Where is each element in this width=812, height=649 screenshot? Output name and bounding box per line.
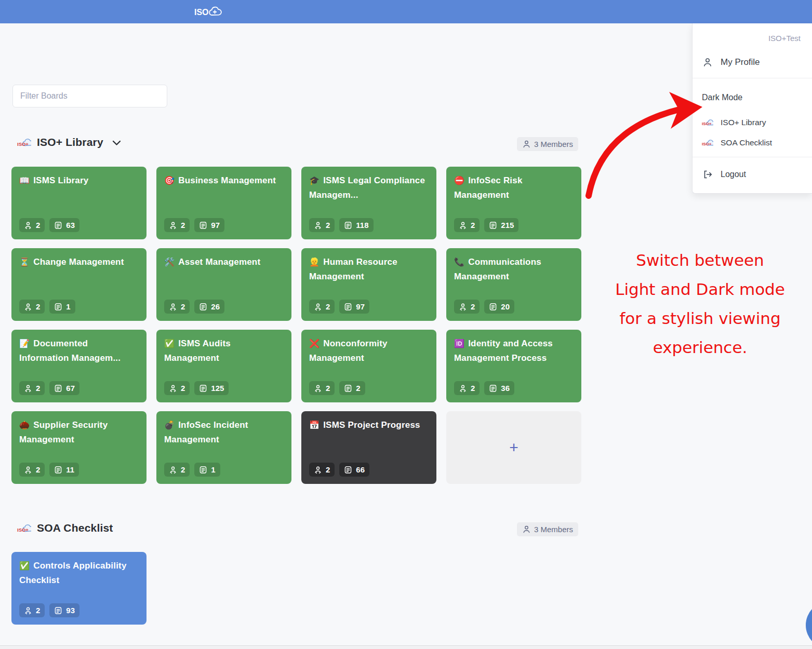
board-cards-badge: 97 <box>194 218 224 232</box>
document-icon <box>489 384 497 393</box>
board-badges: 2 67 <box>19 381 79 395</box>
menu-item-iso-library[interactable]: ISO+ ISO+ Library <box>693 114 812 131</box>
menu-item-label: ISO+ Library <box>721 118 766 127</box>
board-members-badge: 2 <box>19 603 45 617</box>
board-title: 🆔Identity and Access Management Process <box>454 336 574 366</box>
board-cards-badge: 93 <box>49 603 79 617</box>
board-card[interactable]: 📅ISMS Project Progress 2 66 <box>301 411 436 484</box>
board-members-badge: 2 <box>164 463 190 477</box>
board-grid-iso-library: 📖ISMS Library 2 63 🎯Business Management … <box>11 167 583 484</box>
board-members-badge: 2 <box>164 381 190 395</box>
board-card[interactable]: 🎯Business Management 2 97 <box>156 167 291 239</box>
board-card[interactable]: 🛠️Asset Management 2 26 <box>156 248 291 321</box>
board-title: 📝Documented Information Managem... <box>19 336 139 366</box>
document-icon <box>54 384 62 393</box>
section-header-soa-checklist: ISO+ SOA Checklist <box>17 522 113 534</box>
board-badges: 2 20 <box>454 300 514 314</box>
board-cards-badge: 67 <box>49 381 79 395</box>
board-title: 🛠️Asset Management <box>164 255 284 269</box>
board-members-count: 2 <box>471 384 475 393</box>
board-card[interactable]: 📝Documented Information Managem... 2 67 <box>11 330 147 402</box>
top-app-bar: ISO <box>0 0 812 23</box>
board-badges: 2 11 <box>19 463 79 477</box>
board-members-count: 2 <box>181 465 185 474</box>
board-emoji-icon: 📞 <box>454 258 464 266</box>
board-members-count: 2 <box>36 606 40 615</box>
board-members-count: 2 <box>181 302 185 311</box>
board-cards-badge: 97 <box>339 300 369 314</box>
board-title: 📞Communications Management <box>454 255 574 284</box>
board-members-count: 2 <box>36 221 40 229</box>
board-badges: 2 1 <box>19 300 75 314</box>
annotation-text: Switch between Light and Dark mode for a… <box>590 246 810 362</box>
board-members-badge: 2 <box>454 218 480 232</box>
board-badges: 2 36 <box>454 381 514 395</box>
isoplus-logo-icon: ISO <box>194 4 225 20</box>
board-members-count: 2 <box>181 384 185 393</box>
board-card[interactable]: 💣InfoSec Incident Management 2 1 <box>156 411 291 484</box>
menu-divider <box>693 157 812 157</box>
board-members-count: 2 <box>471 221 475 229</box>
board-card[interactable]: 🌰Supplier Security Management 2 11 <box>11 411 147 484</box>
board-emoji-icon: 📅 <box>309 421 320 429</box>
board-members-count: 2 <box>326 384 330 393</box>
board-card[interactable]: 👱Human Resource Management 2 97 <box>301 248 436 321</box>
floating-action-button[interactable] <box>806 601 812 649</box>
board-cards-badge: 1 <box>49 300 75 314</box>
filter-boards-input[interactable] <box>12 85 167 107</box>
person-icon <box>702 57 713 68</box>
board-emoji-icon: 💣 <box>164 421 175 429</box>
board-card[interactable]: ⏳Change Management 2 1 <box>11 248 147 321</box>
board-members-count: 2 <box>471 302 475 311</box>
board-members-count: 2 <box>326 221 330 229</box>
board-badges: 2 93 <box>19 603 79 617</box>
document-icon <box>54 606 62 615</box>
menu-item-logout[interactable]: Logout <box>693 166 812 183</box>
chevron-down-icon[interactable] <box>112 139 121 148</box>
board-card[interactable]: ⛔InfoSec Risk Management 2 215 <box>446 167 581 239</box>
board-cards-count: 125 <box>211 384 224 393</box>
menu-item-my-profile[interactable]: My Profile <box>693 53 812 71</box>
menu-item-label: SOA Checklist <box>721 138 772 147</box>
board-members-badge: 2 <box>309 218 335 232</box>
board-badges: 2 215 <box>454 218 518 232</box>
board-card[interactable]: ❌Nonconformity Management 2 2 <box>301 330 436 402</box>
board-members-badge: 2 <box>19 463 45 477</box>
board-cards-badge: 66 <box>339 463 369 477</box>
board-members-count: 2 <box>36 384 40 393</box>
board-card[interactable]: 📞Communications Management 2 20 <box>446 248 581 321</box>
person-icon <box>169 466 177 474</box>
person-icon <box>459 303 467 311</box>
document-icon <box>489 221 497 229</box>
board-emoji-icon: 🎯 <box>164 176 175 185</box>
board-badges: 2 2 <box>309 381 365 395</box>
board-emoji-icon: ❌ <box>309 339 320 348</box>
board-cards-badge: 2 <box>339 381 365 395</box>
board-cards-count: 1 <box>66 302 70 311</box>
board-card[interactable]: 📖ISMS Library 2 63 <box>11 167 147 239</box>
section-header-iso-library: ISO+ ISO+ Library <box>17 136 121 148</box>
add-board-button[interactable]: + <box>446 411 581 484</box>
person-icon <box>24 466 32 474</box>
board-card[interactable]: ✅Controls Applicability Checklist 2 93 <box>11 552 147 625</box>
menu-item-dark-mode[interactable]: Dark Mode <box>693 89 812 106</box>
person-icon <box>522 525 531 534</box>
board-cards-count: 1 <box>211 465 215 474</box>
menu-item-label: Dark Mode <box>702 93 742 102</box>
menu-item-soa-checklist[interactable]: ISO+ SOA Checklist <box>693 134 812 152</box>
board-emoji-icon: 📖 <box>19 176 30 185</box>
board-emoji-icon: 👱 <box>309 258 320 266</box>
isoplus-mini-logo-icon: ISO+ <box>702 137 713 148</box>
board-card[interactable]: 🆔Identity and Access Management Process … <box>446 330 581 402</box>
board-card[interactable]: 🎓ISMS Legal Compliance Managem... 2 118 <box>301 167 436 239</box>
board-members-count: 2 <box>181 221 185 229</box>
board-cards-badge: 63 <box>49 218 79 232</box>
board-emoji-icon: 🆔 <box>454 339 464 348</box>
board-card[interactable]: ✅ISMS Audits Management 2 125 <box>156 330 291 402</box>
svg-text:ISO+: ISO+ <box>702 142 712 146</box>
board-members-count: 2 <box>36 465 40 474</box>
person-icon <box>24 221 32 229</box>
board-title: ⛔InfoSec Risk Management <box>454 173 574 202</box>
bottom-strip <box>0 646 812 649</box>
board-emoji-icon: ✅ <box>19 561 30 570</box>
